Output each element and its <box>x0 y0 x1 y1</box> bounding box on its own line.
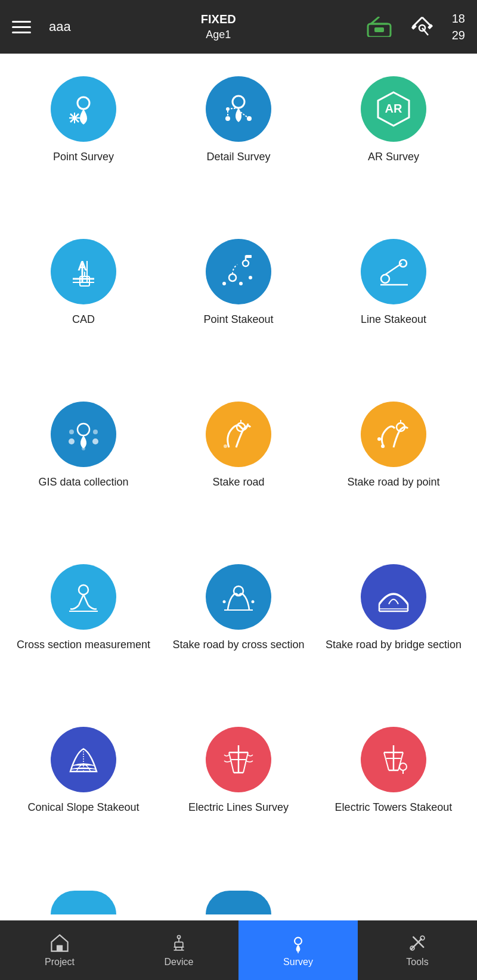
svg-text:AR: AR <box>385 102 402 115</box>
electric-towers-icon-bg <box>361 727 426 792</box>
svg-point-35 <box>381 275 389 283</box>
grid-item-gis[interactable]: GIS data collection <box>6 391 161 553</box>
ar-survey-icon: AR <box>374 90 413 128</box>
point-survey-icon <box>64 90 103 128</box>
detail-survey-icon-bg <box>206 76 271 142</box>
tools-icon <box>407 933 428 953</box>
svg-point-47 <box>377 437 381 441</box>
cad-icon: A <box>64 253 103 291</box>
app-header: aaa FIXED Age1 18 29 <box>0 0 477 54</box>
stake-road-icon <box>219 415 258 453</box>
svg-point-29 <box>229 274 236 281</box>
electric-towers-icon <box>374 741 413 779</box>
grid-item-stake-road-bridge[interactable]: Stake road by bridge section <box>316 553 471 716</box>
svg-point-34 <box>249 276 252 279</box>
conical-slope-icon-bg <box>51 727 116 792</box>
grid-item-electric-lines[interactable]: Electric Lines Survey <box>161 716 316 879</box>
grid-item-stake-road-cross[interactable]: Stake road by cross section <box>161 553 316 716</box>
point-survey-label: Point Survey <box>53 150 114 164</box>
point-stakeout-label: Point Stakeout <box>203 313 273 326</box>
svg-point-32 <box>222 282 226 285</box>
svg-rect-1 <box>374 27 384 32</box>
survey-icon <box>288 933 308 953</box>
satellite-counts: 18 29 <box>452 10 465 43</box>
partial-row <box>0 891 477 920</box>
electric-lines-label: Electric Lines Survey <box>188 801 289 814</box>
nav-tools-label: Tools <box>406 957 428 967</box>
grid-item-line-stakeout[interactable]: Line Stakeout <box>316 228 471 391</box>
ar-survey-icon-bg: AR <box>361 76 426 142</box>
sat-count-2: 29 <box>452 27 465 43</box>
nav-survey-label: Survey <box>283 957 313 967</box>
grid-item-point-stakeout[interactable]: Point Stakeout <box>161 228 316 391</box>
grid-item-cross-section[interactable]: Cross section measurement <box>6 553 161 716</box>
nav-project-label: Project <box>45 957 75 967</box>
svg-point-42 <box>93 430 98 434</box>
svg-point-39 <box>69 438 75 444</box>
stake-road-cross-icon-bg <box>206 564 271 630</box>
electric-towers-label: Electric Towers Stakeout <box>335 801 453 814</box>
stake-road-cross-icon <box>219 578 258 616</box>
svg-point-80 <box>295 938 302 945</box>
satellite-icon <box>410 15 434 39</box>
gis-icon-bg <box>51 402 116 467</box>
line-stakeout-icon-bg <box>361 239 426 304</box>
line-stakeout-label: Line Stakeout <box>361 313 426 326</box>
nav-item-project[interactable]: Project <box>0 920 119 980</box>
grid-item-electric-towers[interactable]: Electric Towers Stakeout <box>316 716 471 879</box>
gps-status: FIXED <box>201 11 236 27</box>
svg-point-54 <box>252 601 255 603</box>
svg-point-49 <box>79 585 88 595</box>
device-icon <box>169 933 189 953</box>
grid-item-stake-road[interactable]: Stake road <box>161 391 316 553</box>
svg-point-33 <box>239 282 243 285</box>
grid-item-conical-slope[interactable]: Conical Slope Stakeout <box>6 716 161 879</box>
gps-age: Age1 <box>206 27 231 42</box>
svg-point-78 <box>177 935 180 938</box>
partial-circle-2 <box>206 891 271 914</box>
svg-point-8 <box>78 97 89 109</box>
electric-lines-icon-bg <box>206 727 271 792</box>
partial-item-2 <box>161 891 316 914</box>
svg-point-41 <box>69 430 74 434</box>
svg-point-38 <box>78 424 89 435</box>
user-name: aaa <box>49 19 71 35</box>
nav-item-device[interactable]: Device <box>119 920 238 980</box>
point-stakeout-icon-bg <box>206 239 271 304</box>
svg-point-53 <box>223 601 226 603</box>
stake-road-bridge-label: Stake road by bridge section <box>326 638 461 652</box>
svg-point-14 <box>225 116 230 121</box>
grid-item-point-survey[interactable]: Point Survey <box>6 66 161 228</box>
bottom-nav: Project Device Survey Tools <box>0 920 477 980</box>
svg-point-45 <box>224 444 227 448</box>
svg-line-64 <box>229 752 234 773</box>
svg-rect-27 <box>80 276 89 286</box>
svg-point-83 <box>420 936 425 940</box>
svg-line-70 <box>384 752 389 770</box>
conical-slope-icon <box>64 741 103 779</box>
header-center: FIXED Age1 <box>83 11 354 42</box>
grid-item-cad[interactable]: A CAD <box>6 228 161 391</box>
nav-item-survey[interactable]: Survey <box>238 920 358 980</box>
sat-count-1: 18 <box>452 10 465 27</box>
nav-item-tools[interactable]: Tools <box>358 920 477 980</box>
stake-road-bridge-icon-bg <box>361 564 426 630</box>
grid-item-stake-road-point[interactable]: Stake road by point <box>316 391 471 553</box>
partial-item-1 <box>6 891 161 914</box>
ar-survey-label: AR Survey <box>368 150 419 164</box>
gis-label: GIS data collection <box>38 475 128 489</box>
svg-rect-75 <box>175 942 183 947</box>
cad-icon-bg: A <box>51 239 116 304</box>
hamburger-menu[interactable] <box>12 21 31 33</box>
svg-point-40 <box>92 438 98 444</box>
grid-item-detail-survey[interactable]: Detail Survey <box>161 66 316 228</box>
line-stakeout-icon <box>374 253 413 291</box>
cross-section-label: Cross section measurement <box>17 638 150 652</box>
point-stakeout-icon <box>219 253 258 291</box>
feature-grid: Point Survey Detail Survey AR AR Su <box>0 54 477 891</box>
grid-item-ar-survey[interactable]: AR AR Survey <box>316 66 471 228</box>
cross-section-icon <box>64 578 103 616</box>
conical-slope-label: Conical Slope Stakeout <box>27 801 139 814</box>
stake-road-label: Stake road <box>212 475 264 489</box>
svg-point-30 <box>243 260 249 266</box>
